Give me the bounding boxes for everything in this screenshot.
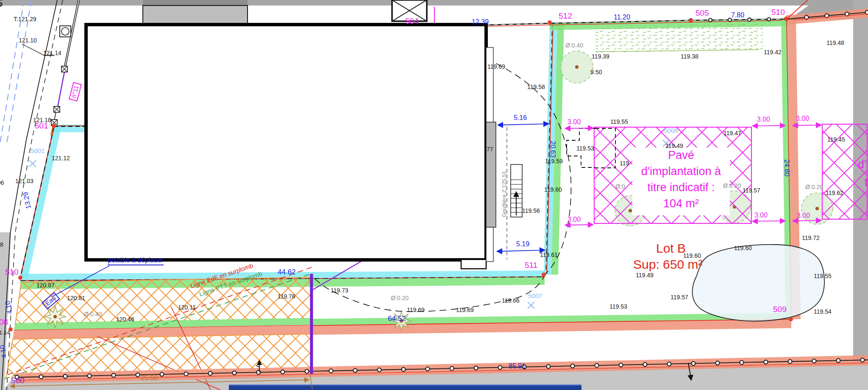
pave-zones <box>567 124 867 223</box>
plan-drawing <box>0 0 868 390</box>
site-plan: ST:121.29121.10121.14n°11121.18501500112… <box>0 0 868 390</box>
building-mask <box>86 25 522 269</box>
pond <box>692 245 824 321</box>
